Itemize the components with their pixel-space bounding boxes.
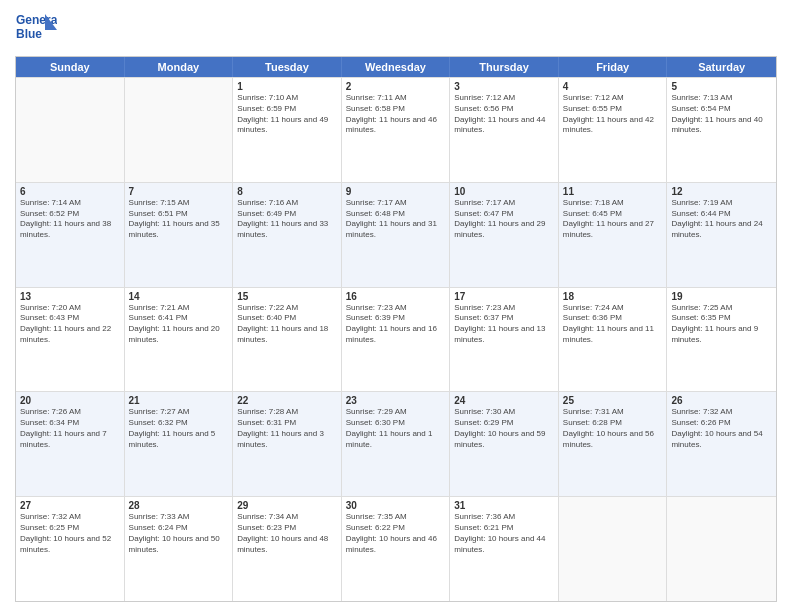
cell-info: Sunrise: 7:32 AMSunset: 6:25 PMDaylight:… [20,512,120,555]
day-number: 15 [237,291,337,302]
calendar-row-1: 6Sunrise: 7:14 AMSunset: 6:52 PMDaylight… [16,182,776,287]
cell-info: Sunrise: 7:26 AMSunset: 6:34 PMDaylight:… [20,407,120,450]
cell-info: Sunrise: 7:28 AMSunset: 6:31 PMDaylight:… [237,407,337,450]
empty-cell-r0-c1 [125,78,234,182]
cell-info: Sunrise: 7:12 AMSunset: 6:55 PMDaylight:… [563,93,663,136]
day-cell-25: 25Sunrise: 7:31 AMSunset: 6:28 PMDayligh… [559,392,668,496]
cell-info: Sunrise: 7:10 AMSunset: 6:59 PMDaylight:… [237,93,337,136]
day-cell-23: 23Sunrise: 7:29 AMSunset: 6:30 PMDayligh… [342,392,451,496]
day-number: 26 [671,395,772,406]
cell-info: Sunrise: 7:34 AMSunset: 6:23 PMDaylight:… [237,512,337,555]
day-cell-13: 13Sunrise: 7:20 AMSunset: 6:43 PMDayligh… [16,288,125,392]
cell-info: Sunrise: 7:31 AMSunset: 6:28 PMDaylight:… [563,407,663,450]
calendar-body: 1Sunrise: 7:10 AMSunset: 6:59 PMDaylight… [16,77,776,601]
day-number: 16 [346,291,446,302]
cell-info: Sunrise: 7:20 AMSunset: 6:43 PMDaylight:… [20,303,120,346]
day-number: 12 [671,186,772,197]
header-day-thursday: Thursday [450,57,559,77]
day-cell-12: 12Sunrise: 7:19 AMSunset: 6:44 PMDayligh… [667,183,776,287]
empty-cell-r4-c5 [559,497,668,601]
day-number: 23 [346,395,446,406]
cell-info: Sunrise: 7:33 AMSunset: 6:24 PMDaylight:… [129,512,229,555]
cell-info: Sunrise: 7:12 AMSunset: 6:56 PMDaylight:… [454,93,554,136]
day-number: 24 [454,395,554,406]
empty-cell-r4-c6 [667,497,776,601]
day-cell-7: 7Sunrise: 7:15 AMSunset: 6:51 PMDaylight… [125,183,234,287]
day-cell-3: 3Sunrise: 7:12 AMSunset: 6:56 PMDaylight… [450,78,559,182]
page: General Blue SundayMondayTuesdayWednesda… [0,0,792,612]
day-cell-31: 31Sunrise: 7:36 AMSunset: 6:21 PMDayligh… [450,497,559,601]
day-cell-5: 5Sunrise: 7:13 AMSunset: 6:54 PMDaylight… [667,78,776,182]
calendar-header: SundayMondayTuesdayWednesdayThursdayFrid… [16,57,776,77]
logo-svg: General Blue [15,10,57,48]
cell-info: Sunrise: 7:21 AMSunset: 6:41 PMDaylight:… [129,303,229,346]
cell-info: Sunrise: 7:17 AMSunset: 6:48 PMDaylight:… [346,198,446,241]
header: General Blue [15,10,777,48]
header-day-sunday: Sunday [16,57,125,77]
cell-info: Sunrise: 7:36 AMSunset: 6:21 PMDaylight:… [454,512,554,555]
cell-info: Sunrise: 7:27 AMSunset: 6:32 PMDaylight:… [129,407,229,450]
day-cell-22: 22Sunrise: 7:28 AMSunset: 6:31 PMDayligh… [233,392,342,496]
day-number: 28 [129,500,229,511]
cell-info: Sunrise: 7:29 AMSunset: 6:30 PMDaylight:… [346,407,446,450]
day-number: 9 [346,186,446,197]
day-cell-28: 28Sunrise: 7:33 AMSunset: 6:24 PMDayligh… [125,497,234,601]
day-cell-1: 1Sunrise: 7:10 AMSunset: 6:59 PMDaylight… [233,78,342,182]
day-cell-27: 27Sunrise: 7:32 AMSunset: 6:25 PMDayligh… [16,497,125,601]
day-cell-19: 19Sunrise: 7:25 AMSunset: 6:35 PMDayligh… [667,288,776,392]
cell-info: Sunrise: 7:18 AMSunset: 6:45 PMDaylight:… [563,198,663,241]
cell-info: Sunrise: 7:13 AMSunset: 6:54 PMDaylight:… [671,93,772,136]
day-number: 13 [20,291,120,302]
day-number: 29 [237,500,337,511]
cell-info: Sunrise: 7:23 AMSunset: 6:39 PMDaylight:… [346,303,446,346]
day-cell-8: 8Sunrise: 7:16 AMSunset: 6:49 PMDaylight… [233,183,342,287]
day-cell-18: 18Sunrise: 7:24 AMSunset: 6:36 PMDayligh… [559,288,668,392]
day-number: 18 [563,291,663,302]
day-number: 30 [346,500,446,511]
cell-info: Sunrise: 7:17 AMSunset: 6:47 PMDaylight:… [454,198,554,241]
day-cell-21: 21Sunrise: 7:27 AMSunset: 6:32 PMDayligh… [125,392,234,496]
cell-info: Sunrise: 7:32 AMSunset: 6:26 PMDaylight:… [671,407,772,450]
day-number: 3 [454,81,554,92]
cell-info: Sunrise: 7:25 AMSunset: 6:35 PMDaylight:… [671,303,772,346]
day-cell-2: 2Sunrise: 7:11 AMSunset: 6:58 PMDaylight… [342,78,451,182]
day-cell-6: 6Sunrise: 7:14 AMSunset: 6:52 PMDaylight… [16,183,125,287]
day-number: 20 [20,395,120,406]
day-cell-29: 29Sunrise: 7:34 AMSunset: 6:23 PMDayligh… [233,497,342,601]
day-number: 19 [671,291,772,302]
cell-info: Sunrise: 7:22 AMSunset: 6:40 PMDaylight:… [237,303,337,346]
cell-info: Sunrise: 7:14 AMSunset: 6:52 PMDaylight:… [20,198,120,241]
calendar-row-4: 27Sunrise: 7:32 AMSunset: 6:25 PMDayligh… [16,496,776,601]
day-cell-30: 30Sunrise: 7:35 AMSunset: 6:22 PMDayligh… [342,497,451,601]
cell-info: Sunrise: 7:23 AMSunset: 6:37 PMDaylight:… [454,303,554,346]
calendar-row-0: 1Sunrise: 7:10 AMSunset: 6:59 PMDaylight… [16,77,776,182]
cell-info: Sunrise: 7:19 AMSunset: 6:44 PMDaylight:… [671,198,772,241]
day-number: 6 [20,186,120,197]
day-number: 22 [237,395,337,406]
header-day-friday: Friday [559,57,668,77]
day-cell-17: 17Sunrise: 7:23 AMSunset: 6:37 PMDayligh… [450,288,559,392]
header-day-saturday: Saturday [667,57,776,77]
header-day-monday: Monday [125,57,234,77]
logo: General Blue [15,10,57,48]
day-cell-20: 20Sunrise: 7:26 AMSunset: 6:34 PMDayligh… [16,392,125,496]
day-cell-4: 4Sunrise: 7:12 AMSunset: 6:55 PMDaylight… [559,78,668,182]
day-cell-14: 14Sunrise: 7:21 AMSunset: 6:41 PMDayligh… [125,288,234,392]
day-cell-26: 26Sunrise: 7:32 AMSunset: 6:26 PMDayligh… [667,392,776,496]
day-number: 17 [454,291,554,302]
cell-info: Sunrise: 7:35 AMSunset: 6:22 PMDaylight:… [346,512,446,555]
day-number: 10 [454,186,554,197]
svg-text:Blue: Blue [16,27,42,41]
calendar-row-2: 13Sunrise: 7:20 AMSunset: 6:43 PMDayligh… [16,287,776,392]
day-cell-15: 15Sunrise: 7:22 AMSunset: 6:40 PMDayligh… [233,288,342,392]
day-number: 21 [129,395,229,406]
day-number: 11 [563,186,663,197]
day-number: 1 [237,81,337,92]
empty-cell-r0-c0 [16,78,125,182]
day-number: 14 [129,291,229,302]
calendar: SundayMondayTuesdayWednesdayThursdayFrid… [15,56,777,602]
cell-info: Sunrise: 7:30 AMSunset: 6:29 PMDaylight:… [454,407,554,450]
day-cell-10: 10Sunrise: 7:17 AMSunset: 6:47 PMDayligh… [450,183,559,287]
day-number: 25 [563,395,663,406]
day-number: 4 [563,81,663,92]
